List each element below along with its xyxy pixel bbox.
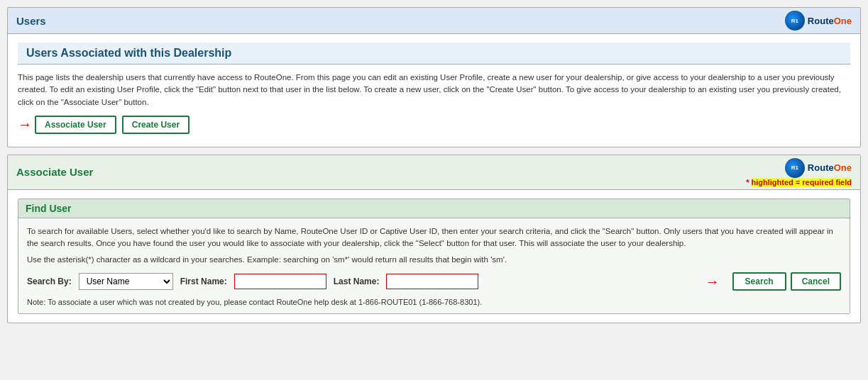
search-form-row: Search By: User Name RouteOne User ID Ca… [27, 272, 841, 291]
users-panel: Users R1 RouteOne Users Associated with … [7, 7, 861, 147]
associate-panel-header: Associate User R1 RouteOne * highlighted… [8, 155, 860, 190]
users-panel-header: Users R1 RouteOne [8, 8, 860, 34]
first-name-label: First Name: [180, 276, 227, 286]
routeone-logo-text: RouteOne [808, 16, 852, 26]
button-row: Associate User Create User [35, 116, 189, 134]
first-name-input[interactable] [234, 274, 326, 289]
search-button[interactable]: Search [732, 272, 786, 291]
find-user-panel: Find User To search for available Users,… [18, 199, 850, 315]
required-field-note: * highlighted = required field [746, 178, 852, 186]
arrow-button-row: → Associate User Create User [18, 116, 850, 134]
last-name-label: Last Name: [334, 276, 380, 286]
wildcard-note: Use the asterisk(*) character as a wildc… [27, 255, 841, 264]
associate-panel-body: Find User To search for available Users,… [8, 190, 860, 323]
footer-note: Note: To associate a user which was not … [27, 298, 841, 306]
users-panel-body: Users Associated with this Dealership Th… [8, 34, 860, 147]
search-by-label: Search By: [27, 276, 72, 286]
users-description: This page lists the dealership users tha… [18, 72, 850, 108]
associate-panel-title: Associate User [16, 166, 93, 178]
find-user-title: Find User [26, 203, 842, 214]
routeone-logo-text-2: RouteOne [808, 162, 852, 173]
associate-header-right: R1 RouteOne * highlighted = required fie… [746, 158, 852, 186]
search-by-select[interactable]: User Name RouteOne User ID Captive User … [79, 273, 173, 290]
users-section-header: Users Associated with this Dealership [18, 43, 850, 65]
last-name-input[interactable] [386, 274, 478, 289]
routeone-logo-associate: R1 RouteOne [785, 158, 852, 178]
create-user-button[interactable]: Create User [122, 116, 189, 134]
find-user-body: To search for available Users, select wh… [18, 218, 850, 314]
find-user-header: Find User [18, 199, 850, 218]
users-section-title: Users Associated with this Dealership [26, 47, 842, 60]
arrow-right-icon: → [705, 274, 720, 290]
cancel-button[interactable]: Cancel [791, 272, 841, 291]
page-wrapper: Users R1 RouteOne Users Associated with … [7, 7, 861, 323]
users-panel-title: Users [16, 15, 46, 27]
routeone-logo-icon: R1 [785, 11, 805, 30]
routeone-logo-top: R1 RouteOne [785, 11, 852, 30]
routeone-logo-icon-2: R1 [785, 158, 805, 178]
search-cancel-buttons: Search Cancel [732, 272, 841, 291]
associate-user-button[interactable]: Associate User [35, 116, 116, 134]
highlighted-label: highlighted = required field [752, 178, 852, 186]
find-user-description: To search for available Users, select wh… [27, 225, 841, 250]
associate-user-panel: Associate User R1 RouteOne * highlighted… [7, 155, 861, 324]
arrow-left-icon: → [18, 116, 32, 133]
